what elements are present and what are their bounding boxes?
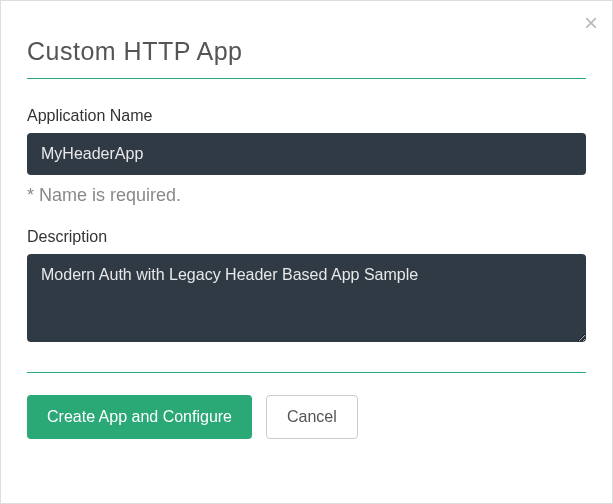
description-input[interactable] (27, 254, 586, 342)
cancel-button[interactable]: Cancel (266, 395, 358, 439)
description-label: Description (27, 228, 586, 246)
create-app-button[interactable]: Create App and Configure (27, 395, 252, 439)
close-icon[interactable]: × (584, 11, 598, 35)
app-name-hint: * Name is required. (27, 185, 586, 206)
title-divider (27, 78, 586, 79)
custom-http-app-dialog: × Custom HTTP App Application Name * Nam… (0, 0, 613, 504)
dialog-title: Custom HTTP App (27, 37, 586, 66)
app-name-label: Application Name (27, 107, 586, 125)
button-row: Create App and Configure Cancel (27, 395, 586, 439)
app-name-input[interactable] (27, 133, 586, 175)
footer-divider (27, 372, 586, 373)
